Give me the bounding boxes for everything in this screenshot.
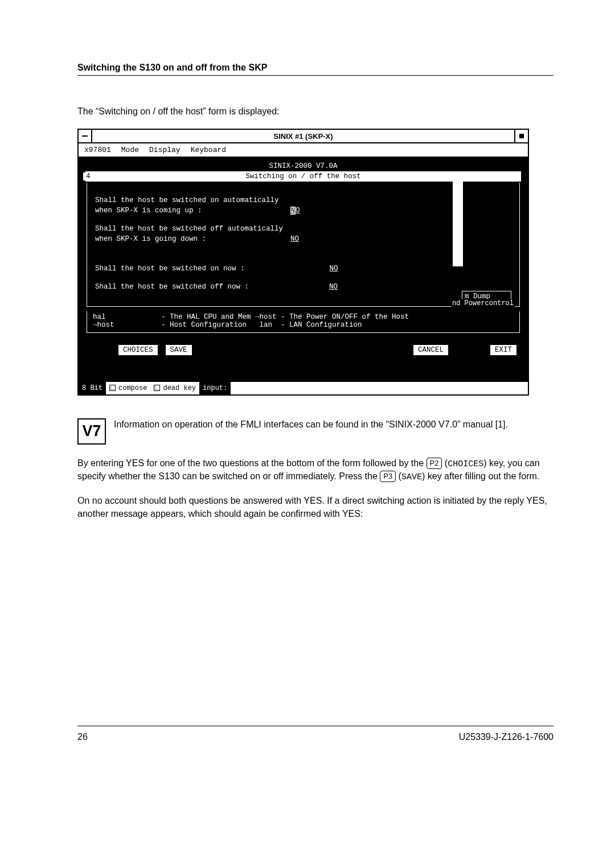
form-number: 4 [83, 172, 93, 180]
compose-toggle[interactable]: compose [106, 382, 150, 394]
q4-line: Shall the host be switched off now : NO [95, 283, 511, 291]
status-input[interactable] [231, 382, 528, 394]
checkbox-icon [109, 385, 116, 391]
choices-mono: CHOICES [448, 459, 483, 469]
intro-text: The “Switching on / off the host” form i… [77, 105, 554, 118]
section-title: Switching the S130 on and off from the S… [77, 63, 554, 73]
titlebar: SINIX #1 (SKP-X) [79, 130, 528, 143]
checkbox-icon [154, 385, 160, 391]
minimize-button[interactable] [79, 130, 92, 142]
header-rule [77, 75, 554, 76]
q1-value-rest[interactable]: O [296, 207, 308, 215]
form-box: Shall the host be switched on automatica… [87, 183, 520, 307]
q2-value[interactable]: NO [290, 235, 307, 243]
button-strip: CHOICES SAVE CANCEL EXIT [85, 344, 521, 356]
p1-a: By entering YES for one of the two quest… [77, 458, 427, 468]
status-bits: 8 Bit [79, 382, 106, 394]
terminal-screen: SINIX-2000 V7.0A 4 Switching on / off th… [79, 158, 528, 381]
q1-label: when SKP-X is coming up : [95, 207, 202, 215]
paragraph-1: By entering YES for one of the two quest… [77, 457, 554, 484]
resize-button[interactable] [514, 130, 528, 142]
save-button[interactable]: SAVE [166, 345, 192, 355]
input-label: input: [199, 382, 231, 394]
q2-line-b: when SKP-X is going down : NO [95, 235, 511, 243]
q3-label: Shall the host be switched on now : [95, 265, 245, 273]
hal-r1: - The HAL CPU and Mem →host - The Power … [161, 313, 409, 321]
scrollbar-decoration [453, 181, 463, 266]
form-title: Switching on / off the host [245, 172, 361, 180]
form-title-bar: 4 Switching on / off the host [85, 171, 521, 182]
v7-text: Information on operation of the FMLI int… [114, 418, 508, 431]
deadkey-label: dead key [163, 384, 196, 392]
sinix-version: SINIX-2000 V7.0A [85, 162, 521, 170]
q1-line-a: Shall the host be switched on automatica… [95, 196, 511, 204]
q2-line-a: Shall the host be switched off automatic… [95, 225, 511, 233]
doc-id: U25339-J-Z126-1-7600 [459, 732, 554, 742]
choices-button[interactable]: CHOICES [118, 345, 158, 355]
deadkey-toggle[interactable]: dead key [150, 382, 199, 394]
exit-button[interactable]: EXIT [490, 345, 516, 355]
q3-value[interactable]: NO [330, 265, 346, 273]
terminal-window: SINIX #1 (SKP-X) x97801 Mode Display Key… [77, 129, 529, 396]
powercontrol-label: nd Powercontrol [451, 299, 515, 307]
status-bar: 8 Bit compose dead key input: [79, 381, 528, 394]
page-footer: 26 U25339-J-Z126-1-7600 [77, 726, 554, 742]
compose-label: compose [118, 384, 147, 392]
cancel-button[interactable]: CANCEL [413, 345, 448, 355]
p2-keycap: P2 [427, 458, 442, 469]
hal-l2: →host [93, 321, 161, 329]
page-number: 26 [77, 732, 88, 742]
menu-mode[interactable]: Mode [121, 146, 139, 154]
menu-x97801[interactable]: x97801 [84, 146, 111, 154]
v7-badge: V7 [77, 418, 106, 445]
menu-keyboard[interactable]: Keyboard [191, 146, 226, 154]
q2-label: when SKP-X is going down : [95, 235, 206, 243]
hal-r2: - Host Configuration lan - LAN Configura… [161, 321, 362, 329]
q4-label: Shall the host be switched off now : [95, 283, 249, 291]
menubar: x97801 Mode Display Keyboard [79, 143, 528, 158]
save-mono: SAVE [401, 472, 422, 482]
q4-value[interactable]: NO [329, 283, 346, 291]
hal-box: hal - The HAL CPU and Mem →host - The Po… [87, 311, 520, 333]
paragraph-2: On no account should both questions be a… [77, 495, 554, 520]
hal-l1: hal [93, 313, 161, 321]
q3-line: Shall the host be switched on now : NO [95, 265, 511, 273]
menu-display[interactable]: Display [149, 146, 181, 154]
q1-line-b: when SKP-X is coming up : NO [95, 207, 511, 215]
p3-keycap: P3 [380, 471, 396, 482]
p1-c: ) key after filling out the form. [422, 471, 539, 481]
q1-value-cursor[interactable]: N [290, 207, 296, 215]
window-title: SINIX #1 (SKP-X) [92, 130, 514, 142]
